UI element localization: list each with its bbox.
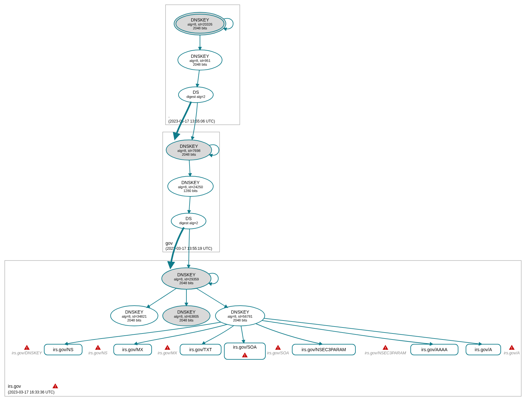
svg-text:alg=8, id=29359: alg=8, id=29359 xyxy=(174,277,199,281)
edge-zsk3-mx xyxy=(134,324,227,344)
warn-soa[interactable] xyxy=(275,345,281,350)
zone-irs-timestamp: (2023-03-17 16:33:36 UTC) xyxy=(8,390,54,394)
edge-irs-ksk-zsk3 xyxy=(196,288,227,308)
svg-text:DNSKEY: DNSKEY xyxy=(180,144,198,149)
zone-root-label: . xyxy=(168,113,170,118)
svg-text:digest alg=2: digest alg=2 xyxy=(179,221,198,225)
node-root-zsk[interactable]: DNSKEY alg=8, id=951 2048 bits xyxy=(178,50,222,70)
svg-text:2048 bits: 2048 bits xyxy=(127,318,142,322)
svg-text:alg=8, id=56781: alg=8, id=56781 xyxy=(228,315,253,318)
svg-text:DS: DS xyxy=(193,90,199,95)
leaf-a[interactable]: irs.gov/A xyxy=(466,344,501,355)
svg-text:DNSKEY: DNSKEY xyxy=(125,309,143,315)
svg-text:alg=8, id=63805: alg=8, id=63805 xyxy=(174,315,199,318)
node-gov-zsk[interactable]: DNSKEY alg=8, id=24250 1280 bits xyxy=(168,176,213,196)
svg-text:irs.gov/AAAA: irs.gov/AAAA xyxy=(421,347,448,352)
svg-text:alg=8, id=951: alg=8, id=951 xyxy=(190,59,211,63)
warn-a[interactable] xyxy=(509,345,515,350)
svg-text:2048 bits: 2048 bits xyxy=(182,153,196,156)
edge-zsk3-txt xyxy=(202,326,234,344)
svg-text:digest alg=2: digest alg=2 xyxy=(186,95,205,99)
zone-root-timestamp: (2023-03-17 13:55:06 UTC) xyxy=(168,119,215,123)
node-gov-ds[interactable]: DS digest alg=2 xyxy=(171,213,206,229)
svg-text:2048 bits: 2048 bits xyxy=(193,26,207,30)
node-irs-zsk2[interactable]: DNSKEY alg=8, id=63805 2048 bits xyxy=(163,306,210,326)
svg-text:2048 bits: 2048 bits xyxy=(193,63,207,66)
svg-text:DNSKEY: DNSKEY xyxy=(177,272,196,277)
svg-text:irs.gov/NSEC3PARAM: irs.gov/NSEC3PARAM xyxy=(302,347,346,352)
svg-text:irs.gov/A: irs.gov/A xyxy=(475,347,492,352)
node-root-ds[interactable]: DS digest alg=2 xyxy=(178,87,213,103)
leaf-ns[interactable]: irs.gov/NS xyxy=(44,344,82,355)
ghost-ns: irs.gov/NS xyxy=(88,351,107,355)
ghost-nsec3: irs.gov/NSEC3PARAM xyxy=(365,351,406,355)
svg-text:DNSKEY: DNSKEY xyxy=(191,17,209,22)
svg-text:2048 bits: 2048 bits xyxy=(179,318,194,322)
edge-gov-zsk-ds xyxy=(189,196,190,213)
leaf-soa[interactable]: irs.gov/SOA xyxy=(224,343,265,359)
edge-irs-ksk-zsk1 xyxy=(147,288,177,308)
ghost-soa: irs.gov/SOA xyxy=(267,351,289,355)
svg-text:2048 bits: 2048 bits xyxy=(233,318,247,322)
svg-text:DNSKEY: DNSKEY xyxy=(177,309,196,315)
svg-text:alg=8, id=7698: alg=8, id=7698 xyxy=(178,149,201,153)
node-irs-zsk1[interactable]: DNSKEY alg=8, id=34821 2048 bits xyxy=(111,306,158,326)
ghost-dnskey: irs.gov/DNSKEY xyxy=(12,351,42,355)
ghost-a: irs.gov/A xyxy=(504,351,520,355)
zone-irs-label: irs.gov xyxy=(8,384,21,389)
warn-dnskey[interactable] xyxy=(24,345,30,350)
svg-text:2048 bits: 2048 bits xyxy=(179,281,194,285)
node-irs-zsk3[interactable]: DNSKEY alg=8, id=56781 2048 bits xyxy=(215,306,265,326)
leaf-mx[interactable]: irs.gov/MX xyxy=(114,344,152,355)
svg-text:DNSKEY: DNSKEY xyxy=(181,180,200,185)
edge-zsk3-soa xyxy=(241,326,244,343)
node-gov-ksk[interactable]: DNSKEY alg=8, id=7698 2048 bits xyxy=(166,140,212,160)
warn-ns[interactable] xyxy=(95,345,101,350)
warn-nsec3[interactable] xyxy=(382,345,389,350)
svg-text:irs.gov/MX: irs.gov/MX xyxy=(122,347,143,352)
svg-text:irs.gov/NS: irs.gov/NS xyxy=(53,347,74,352)
leaf-nsec3[interactable]: irs.gov/NSEC3PARAM xyxy=(292,344,355,355)
svg-text:DS: DS xyxy=(185,216,191,221)
svg-text:1280 bits: 1280 bits xyxy=(184,189,198,193)
edge-gov-ksk-zsk xyxy=(189,160,190,176)
node-root-ksk[interactable]: DNSKEY alg=8, id=20326 2048 bits xyxy=(174,12,226,35)
warn-zone-irs[interactable] xyxy=(52,383,58,388)
node-irs-ksk[interactable]: DNSKEY alg=8, id=29359 2048 bits xyxy=(162,268,211,289)
svg-text:alg=8, id=24250: alg=8, id=24250 xyxy=(178,185,203,189)
warn-mx[interactable] xyxy=(164,345,171,350)
svg-text:alg=8, id=34821: alg=8, id=34821 xyxy=(122,315,147,318)
edge-zsk3-aaaa xyxy=(262,321,433,344)
edge-zsk3-nsec3 xyxy=(256,324,322,344)
edge-root-zsk-ds xyxy=(197,70,199,87)
zone-irs-box xyxy=(5,261,521,396)
leaf-aaaa[interactable]: irs.gov/AAAA xyxy=(411,344,458,355)
dnssec-diagram: ! . (2023-03-17 13:55:06 UTC) DNSKEY alg… xyxy=(0,0,532,408)
svg-text:irs.gov/SOA: irs.gov/SOA xyxy=(233,345,257,350)
zone-gov-label: gov xyxy=(166,241,173,246)
ghost-mx: irs.gov/MX xyxy=(158,351,178,355)
svg-text:DNSKEY: DNSKEY xyxy=(231,309,249,315)
edge-zsk3-a xyxy=(264,318,482,344)
svg-text:DNSKEY: DNSKEY xyxy=(191,54,209,59)
svg-text:alg=8, id=20326: alg=8, id=20326 xyxy=(188,22,213,26)
svg-text:irs.gov/TXT: irs.gov/TXT xyxy=(189,347,212,352)
leaf-txt[interactable]: irs.gov/TXT xyxy=(180,344,221,355)
